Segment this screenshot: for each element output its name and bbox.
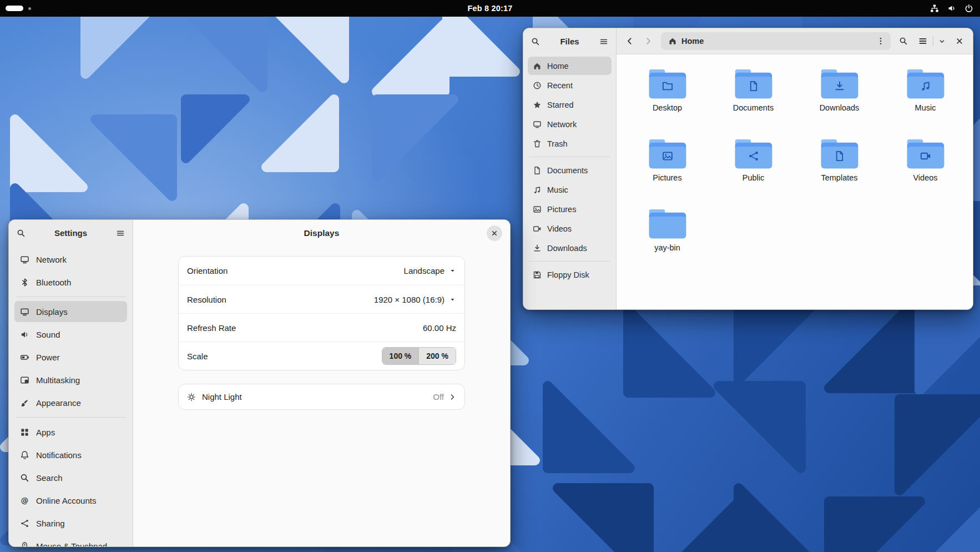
home-icon bbox=[668, 37, 677, 46]
close-button[interactable] bbox=[952, 33, 967, 49]
settings-sidebar-item-online-accounts[interactable]: @Online Accounts bbox=[14, 490, 127, 511]
search-button[interactable] bbox=[528, 34, 543, 49]
current-folder-menu-button[interactable] bbox=[873, 33, 888, 49]
files-sidebar-item-trash[interactable]: Trash bbox=[528, 134, 612, 153]
forward-button[interactable] bbox=[640, 33, 656, 49]
folder-label: yay-bin bbox=[654, 243, 680, 252]
document-icon bbox=[747, 80, 759, 92]
settings-sidebar-separator bbox=[16, 417, 126, 418]
path-segment-home[interactable]: Home bbox=[663, 37, 709, 46]
folder-public[interactable]: Public bbox=[710, 133, 796, 203]
svg-text:@: @ bbox=[21, 496, 29, 505]
files-sidebar-item-label: Floppy Disk bbox=[547, 270, 589, 279]
folder-downloads[interactable]: Downloads bbox=[796, 63, 882, 133]
settings-sidebar-item-sound[interactable]: Sound bbox=[14, 324, 127, 345]
orientation-value: Landscape bbox=[404, 266, 444, 275]
files-sidebar-item-music[interactable]: Music bbox=[528, 180, 612, 199]
folder-templates[interactable]: Templates bbox=[796, 133, 882, 203]
folder-desktop[interactable]: Desktop bbox=[624, 63, 710, 133]
files-sidebar-item-label: Trash bbox=[547, 139, 568, 148]
resolution-row[interactable]: Resolution 1920 × 1080 (16:9) bbox=[179, 285, 464, 313]
orientation-dropdown[interactable]: Landscape bbox=[404, 266, 456, 275]
clock[interactable]: Feb 8 20:17 bbox=[461, 3, 519, 14]
settings-sidebar-item-notifications[interactable]: Notifications bbox=[14, 444, 127, 465]
sound-icon bbox=[20, 330, 29, 339]
files-sidebar-item-label: Music bbox=[547, 185, 568, 194]
folder-icon bbox=[661, 80, 673, 92]
settings-sidebar-item-power[interactable]: Power bbox=[14, 347, 127, 368]
search-icon bbox=[17, 229, 26, 238]
files-sidebar-item-downloads[interactable]: Downloads bbox=[528, 239, 612, 257]
display-icon bbox=[20, 307, 29, 317]
files-sidebar-item-floppy-disk[interactable]: Floppy Disk bbox=[528, 265, 612, 284]
resolution-dropdown[interactable]: 1920 × 1080 (16:9) bbox=[374, 295, 456, 304]
files-sidebar-item-starred[interactable]: Starred bbox=[528, 96, 612, 114]
download-icon bbox=[833, 80, 845, 92]
settings-content: Orientation Landscape Resolution 1920 × … bbox=[133, 246, 510, 546]
settings-sidebar-item-search[interactable]: Search bbox=[14, 467, 127, 488]
settings-window: Settings NetworkBluetoothDisplaysSoundPo… bbox=[8, 219, 511, 547]
back-button[interactable] bbox=[622, 33, 638, 49]
orientation-row[interactable]: Orientation Landscape bbox=[179, 257, 464, 285]
folder-documents[interactable]: Documents bbox=[710, 63, 796, 133]
list-view-button[interactable] bbox=[915, 33, 931, 49]
files-sidebar-header: Files bbox=[523, 28, 616, 54]
folder-icon bbox=[905, 137, 947, 171]
files-sidebar-separator bbox=[529, 261, 610, 262]
folder-label: Desktop bbox=[653, 103, 682, 112]
settings-sidebar-item-appearance[interactable]: Appearance bbox=[14, 392, 127, 413]
folder-videos[interactable]: Videos bbox=[882, 133, 968, 203]
search-icon bbox=[20, 473, 29, 483]
settings-sidebar-item-network[interactable]: Network bbox=[14, 249, 127, 270]
settings-sidebar-item-bluetooth[interactable]: Bluetooth bbox=[14, 272, 127, 293]
toolbar-search-button[interactable] bbox=[896, 33, 911, 49]
online-accounts-icon: @ bbox=[20, 496, 29, 505]
folder-icon bbox=[646, 67, 689, 101]
chevron-down-icon bbox=[938, 38, 946, 45]
files-sidebar-item-home[interactable]: Home bbox=[528, 57, 612, 75]
recent-icon bbox=[533, 81, 542, 90]
view-options-group bbox=[914, 33, 949, 49]
folders-grid: DesktopDocumentsDownloadsMusicPicturesPu… bbox=[617, 54, 973, 273]
menu-button[interactable] bbox=[113, 225, 128, 241]
system-tray[interactable] bbox=[930, 4, 973, 13]
settings-sidebar-item-displays[interactable]: Displays bbox=[14, 301, 127, 322]
files-sidebar-item-documents[interactable]: Documents bbox=[528, 161, 612, 179]
sharing-icon bbox=[747, 150, 759, 162]
sun-icon bbox=[187, 393, 196, 402]
folder-icon bbox=[646, 137, 689, 171]
workspace-indicator[interactable] bbox=[28, 7, 31, 10]
starred-icon bbox=[533, 101, 542, 109]
files-sidebar-item-pictures[interactable]: Pictures bbox=[528, 200, 612, 218]
folder-label: Documents bbox=[733, 103, 774, 112]
top-bar: Feb 8 20:17 bbox=[0, 0, 980, 17]
settings-sidebar-item-multitasking[interactable]: Multitasking bbox=[14, 369, 127, 390]
files-sidebar-item-videos[interactable]: Videos bbox=[528, 219, 612, 238]
files-content: DesktopDocumentsDownloadsMusicPicturesPu… bbox=[617, 54, 973, 309]
appearance-icon bbox=[20, 398, 29, 408]
scale-200-button[interactable]: 200 % bbox=[418, 348, 456, 364]
scale-row: Scale 100 % 200 % bbox=[179, 342, 464, 370]
video-icon bbox=[920, 150, 931, 162]
menu-button[interactable] bbox=[596, 34, 612, 49]
document-icon bbox=[533, 166, 542, 175]
close-button[interactable] bbox=[487, 225, 502, 241]
view-options-dropdown[interactable] bbox=[936, 33, 948, 49]
settings-main: Displays Orientation Landscape Resol bbox=[133, 220, 510, 546]
folder-pictures[interactable]: Pictures bbox=[624, 133, 710, 203]
files-sidebar-item-recent[interactable]: Recent bbox=[528, 76, 612, 94]
divider bbox=[933, 36, 933, 46]
settings-sidebar-item-apps[interactable]: Apps bbox=[14, 421, 127, 443]
settings-sidebar-item-mouse-touchpad[interactable]: Mouse & Touchpad bbox=[14, 535, 127, 546]
scale-100-button[interactable]: 100 % bbox=[382, 348, 419, 364]
night-light-row[interactable]: Night Light Off bbox=[179, 384, 464, 409]
files-window: Files HomeRecentStarredNetworkTrashDocum… bbox=[523, 28, 973, 310]
path-bar[interactable]: Home bbox=[661, 32, 891, 50]
folder-icon bbox=[733, 67, 775, 101]
files-sidebar-item-network[interactable]: Network bbox=[528, 115, 612, 133]
search-button[interactable] bbox=[13, 225, 29, 241]
folder-music[interactable]: Music bbox=[882, 63, 968, 133]
folder-yay-bin[interactable]: yay-bin bbox=[624, 203, 710, 273]
workspace-indicator-active[interactable] bbox=[6, 6, 23, 11]
settings-sidebar-item-sharing[interactable]: Sharing bbox=[14, 513, 127, 534]
